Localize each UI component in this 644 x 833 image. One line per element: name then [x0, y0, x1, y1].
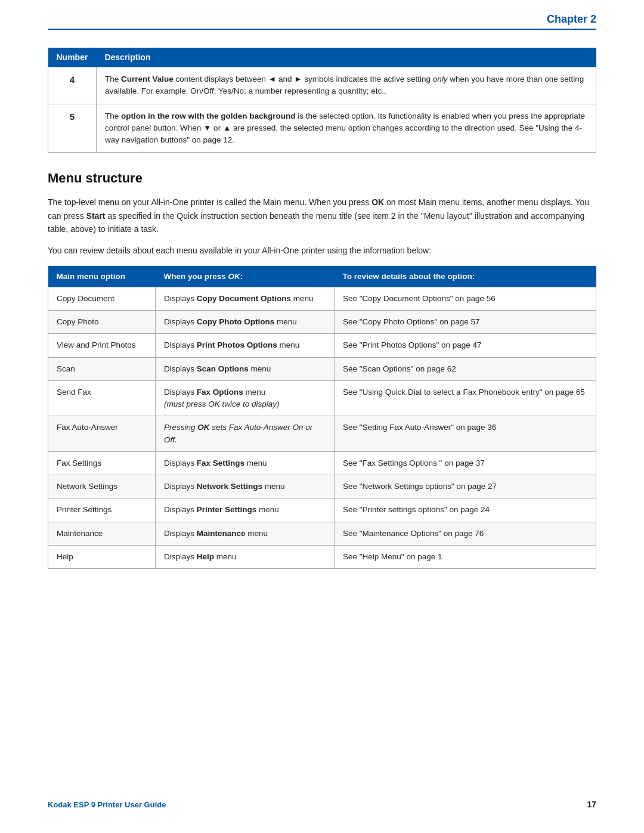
when-ok-cell: Displays Network Settings menu — [156, 475, 335, 498]
when-ok-cell: Displays Fax Options menu(must press OK … — [156, 380, 335, 416]
review-cell: See "Setting Fax Auto-Answer" on page 36 — [335, 416, 596, 452]
current-value-bold: Current Value — [121, 75, 174, 83]
option-bold: Maintenance — [197, 529, 246, 538]
option-bold: Help — [197, 552, 214, 561]
review-cell: See "Fax Settings Options " on page 37 — [335, 451, 596, 475]
section-title: Menu structure — [48, 171, 596, 186]
menu-row-maintenance: Maintenance Displays Maintenance menu Se… — [48, 522, 596, 545]
review-cell: See "Copy Document Options" on page 56 — [335, 287, 596, 310]
option-bold: Copy Document Options — [197, 294, 291, 303]
menu-table: Main menu option When you press OK: To r… — [48, 266, 596, 569]
when-ok-header: When you press OK: — [156, 266, 335, 287]
option-bold: Printer Settings — [197, 505, 257, 514]
page: Chapter 2 Number Description 4 The Curre… — [0, 0, 644, 833]
review-cell: See "Maintenance Options" on page 76 — [335, 522, 596, 545]
main-menu-option-header: Main menu option — [48, 266, 156, 287]
footer-left-label: Kodak ESP 9 Printer User Guide — [48, 800, 166, 809]
menu-row-scan: Scan Displays Scan Options menu See "Sca… — [48, 357, 596, 380]
body-paragraph-2: You can review details about each menu a… — [48, 244, 596, 257]
ok-bold: OK — [197, 423, 209, 432]
when-ok-cell: Displays Print Photos Options menu — [156, 334, 335, 357]
review-cell: See "Printer settings options" on page 2… — [335, 498, 596, 522]
when-ok-cell: Displays Fax Settings menu — [156, 451, 335, 475]
menu-row-copy-document: Copy Document Displays Copy Document Opt… — [48, 287, 596, 310]
menu-row-help: Help Displays Help menu See "Help Menu" … — [48, 545, 596, 568]
menu-row-network-settings: Network Settings Displays Network Settin… — [48, 475, 596, 498]
menu-option: Network Settings — [48, 475, 156, 498]
option-bold: Print Photos Options — [197, 340, 277, 349]
menu-row-copy-photo: Copy Photo Displays Copy Photo Options m… — [48, 311, 596, 334]
option-bold: Network Settings — [197, 482, 262, 491]
body-paragraph-1: The top-level menu on your All-in-One pr… — [48, 196, 596, 236]
menu-option: Maintenance — [48, 522, 156, 545]
top-rule — [48, 29, 596, 30]
menu-option: Fax Settings — [48, 451, 156, 475]
when-ok-cell: Displays Copy Document Options menu — [156, 287, 335, 310]
menu-option: Fax Auto-Answer — [48, 416, 156, 452]
review-cell: See "Print Photos Options" on page 47 — [335, 334, 596, 357]
when-ok-cell: Displays Scan Options menu — [156, 357, 335, 380]
number-table: Number Description 4 The Current Value c… — [48, 48, 596, 153]
when-ok-cell: Displays Printer Settings menu — [156, 498, 335, 522]
ok-bold: OK — [371, 197, 384, 207]
review-cell: See "Scan Options" on page 62 — [335, 357, 596, 380]
when-ok-cell: Displays Help menu — [156, 545, 335, 568]
menu-option: View and Print Photos — [48, 334, 156, 357]
description-col-header: Description — [96, 48, 596, 67]
menu-option: Copy Photo — [48, 311, 156, 334]
when-ok-cell: Displays Copy Photo Options menu — [156, 311, 335, 334]
option-bold: Fax Settings — [197, 459, 244, 467]
menu-option: Copy Document — [48, 287, 156, 310]
footer-page-number: 17 — [587, 800, 596, 809]
number-col-header: Number — [48, 48, 97, 67]
start-bold: Start — [86, 211, 106, 221]
review-cell: See "Using Quick Dial to select a Fax Ph… — [335, 380, 596, 416]
review-cell: See "Network Settings options" on page 2… — [335, 475, 596, 498]
menu-row-fax-settings: Fax Settings Displays Fax Settings menu … — [48, 451, 596, 475]
option-bold: Scan Options — [197, 364, 249, 373]
row-number: 5 — [48, 104, 97, 153]
row-description: The Current Value content displays betwe… — [96, 67, 596, 104]
table-row: 5 The option in the row with the golden … — [48, 104, 596, 153]
option-bold: Copy Photo Options — [197, 317, 275, 326]
row-description: The option in the row with the golden ba… — [96, 104, 596, 153]
when-ok-cell: Pressing OK sets Fax Auto-Answer On or O… — [156, 416, 335, 452]
only-italic: only — [433, 75, 448, 83]
menu-option: Send Fax — [48, 380, 156, 416]
row-number: 4 — [48, 67, 97, 104]
option-bold: option in the row with the golden backgr… — [121, 112, 295, 120]
review-cell: See "Copy Photo Options" on page 57 — [335, 311, 596, 334]
menu-option: Scan — [48, 357, 156, 380]
review-cell: See "Help Menu" on page 1 — [335, 545, 596, 568]
italic-note: (must press OK twice to display) — [164, 400, 280, 408]
when-ok-cell: Displays Maintenance menu — [156, 522, 335, 545]
option-bold: Fax Options — [197, 388, 243, 397]
italic-cell: Pressing OK sets Fax Auto-Answer On or O… — [164, 423, 312, 444]
menu-row-fax-auto-answer: Fax Auto-Answer Pressing OK sets Fax Aut… — [48, 416, 596, 452]
review-header: To review details about the option: — [335, 266, 596, 287]
menu-option: Help — [48, 545, 156, 568]
menu-row-send-fax: Send Fax Displays Fax Options menu(must … — [48, 380, 596, 416]
table-row: 4 The Current Value content displays bet… — [48, 67, 596, 104]
menu-row-view-print-photos: View and Print Photos Displays Print Pho… — [48, 334, 596, 357]
menu-option: Printer Settings — [48, 498, 156, 522]
menu-row-printer-settings: Printer Settings Displays Printer Settin… — [48, 498, 596, 522]
footer: Kodak ESP 9 Printer User Guide 17 — [48, 800, 596, 809]
chapter-header: Chapter 2 — [547, 13, 596, 26]
